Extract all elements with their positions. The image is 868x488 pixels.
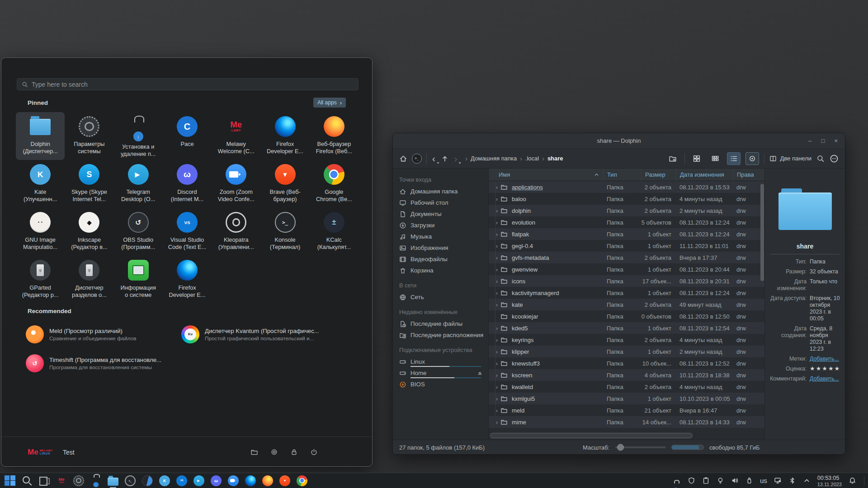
file-row[interactable]: › flatpak Папка 1 объект 08.11.2023 в 12… <box>489 228 764 240</box>
app-tile[interactable]: Информация о системе <box>114 256 163 304</box>
volume-icon[interactable] <box>731 477 739 484</box>
file-row[interactable]: › kate Папка 2 объекта 49 минут назад dr… <box>489 299 764 310</box>
file-row[interactable]: › applications Папка 2 объекта 08.11.202… <box>489 181 764 193</box>
file-row[interactable]: › kxmlgui5 Папка 1 объект 10.10.2023 в 0… <box>489 393 764 404</box>
place-item[interactable]: Сеть <box>393 291 488 303</box>
expand-icon[interactable]: › <box>489 254 498 261</box>
taskbar-app-button[interactable] <box>261 474 274 487</box>
expand-icon[interactable]: › <box>489 301 498 308</box>
compact-view-button[interactable] <box>708 152 722 165</box>
expand-icon[interactable]: › <box>489 325 498 332</box>
app-tile[interactable]: Параметры системы <box>65 112 113 160</box>
file-row[interactable]: › baloo Папка 2 объекта 4 минуты назад d… <box>489 193 764 205</box>
horizontal-scrollbar[interactable] <box>490 433 693 438</box>
expand-icon[interactable]: › <box>489 219 498 226</box>
file-row[interactable]: › evolution Папка 5 объектов 08.11.2023 … <box>489 216 764 228</box>
notifications-bell-icon[interactable] <box>849 477 856 484</box>
display-settings-icon[interactable] <box>774 477 782 484</box>
expand-icon[interactable]: › <box>489 207 498 214</box>
clipboard-icon[interactable] <box>702 477 710 484</box>
place-item[interactable]: BIOS <box>393 379 488 390</box>
forward-button[interactable]: › <box>453 154 458 163</box>
app-tile[interactable]: Установка и удаление п... <box>114 112 163 160</box>
taskbar-app-button[interactable] <box>227 474 240 487</box>
file-row[interactable]: › meld Папка 21 объект Вчера в 16:47 drw <box>489 404 764 416</box>
file-row[interactable]: › kscreen Папка 4 объекта 10.11.2023 в 1… <box>489 369 764 381</box>
place-item[interactable]: Домашняя папка <box>393 186 488 197</box>
taskbar-app-button[interactable] <box>38 474 51 487</box>
add-tags-link[interactable]: Добавить... <box>810 356 840 362</box>
place-item[interactable]: Документы <box>393 208 488 220</box>
taskbar-app-button[interactable] <box>210 474 222 487</box>
rating-stars[interactable]: ★★★★★ <box>810 366 840 372</box>
place-item[interactable]: Рабочий стол <box>393 197 488 208</box>
breadcrumb-local[interactable]: .local <box>525 155 539 162</box>
expand-icon[interactable]: › <box>489 384 498 390</box>
taskbar-app-button[interactable] <box>278 474 291 487</box>
file-row[interactable]: › kcookiejar Папка 0 объектов 08.11.2023… <box>489 310 764 322</box>
expand-tray-icon[interactable] <box>803 477 811 484</box>
user-avatar-icon[interactable]: >_ <box>412 154 422 164</box>
close-button[interactable]: × <box>834 137 838 144</box>
file-row[interactable]: › kwalletd Папка 2 объекта 4 минуты наза… <box>489 381 764 393</box>
app-tile[interactable]: Melawy Welcome (C... <box>212 112 260 160</box>
file-row[interactable]: › keyrings Папка 2 объекта 4 минуты наза… <box>489 334 764 346</box>
security-shield-icon[interactable] <box>688 477 695 484</box>
taskbar-app-button[interactable] <box>21 474 33 487</box>
taskbar-app-button[interactable] <box>141 474 154 487</box>
new-tab-button[interactable] <box>666 152 679 165</box>
column-header-date[interactable]: Дата изменения <box>676 169 733 181</box>
app-tile[interactable]: Google Chrome (Ве... <box>310 160 359 208</box>
clock[interactable]: 00:53:05 13.11.2023 <box>817 474 842 488</box>
maximize-button[interactable]: □ <box>821 137 825 144</box>
taskbar-app-button[interactable] <box>55 474 68 487</box>
app-tile[interactable]: Dolphin (Диспетчер... <box>16 112 65 160</box>
back-button[interactable]: ‹ <box>431 154 436 163</box>
app-tile[interactable]: Brave (Веб- браузер) <box>260 160 309 208</box>
app-tile[interactable]: Inkscape (Редактор в... <box>65 208 113 256</box>
file-row[interactable]: › kded5 Папка 1 объект 08.11.2023 в 12:5… <box>489 322 764 334</box>
app-tile[interactable]: Kleopatra (Управлени... <box>212 208 260 256</box>
night-color-icon[interactable] <box>717 477 724 484</box>
file-manager-button[interactable] <box>250 448 258 456</box>
place-item[interactable]: Изображения <box>393 242 488 253</box>
place-item[interactable]: Linux <box>393 356 488 367</box>
details-view-button[interactable] <box>727 152 741 165</box>
overflow-menu-button[interactable] <box>830 154 839 163</box>
taskbar-app-button[interactable] <box>72 474 85 487</box>
app-tile[interactable]: GNU Image Manipulatio... <box>16 208 65 256</box>
app-tile[interactable]: Konsole (Терминал) <box>260 208 309 256</box>
show-desktop-edge[interactable] <box>864 476 864 486</box>
file-row[interactable]: › knewstuff3 Папка 10 объек... 08.11.202… <box>489 357 764 369</box>
file-row[interactable]: › gvfs-metadata Папка 2 объекта Вчера в … <box>489 252 764 263</box>
home-button[interactable] <box>399 155 407 163</box>
search-button[interactable] <box>816 155 825 163</box>
recommended-item[interactable]: Диспетчер Kvantum (Простой графичес... П… <box>178 320 333 349</box>
expand-icon[interactable]: › <box>489 243 498 249</box>
taskbar-app-button[interactable] <box>124 474 137 487</box>
expand-icon[interactable]: › <box>489 360 498 367</box>
column-header-perms[interactable]: Права <box>733 169 764 181</box>
power-button[interactable] <box>310 448 318 456</box>
all-apps-button[interactable]: All apps › <box>313 98 346 108</box>
up-button[interactable] <box>441 155 449 163</box>
file-row[interactable]: › kactivitymanagerd Папка 1 объект 08.11… <box>489 287 764 299</box>
app-tile[interactable]: Веб-браузер Firefox (Веб... <box>310 112 359 160</box>
file-row[interactable]: › dolphin Папка 2 объекта 2 минуты назад… <box>489 205 764 216</box>
search-input[interactable]: Type here to search <box>17 78 359 90</box>
taskbar-app-button[interactable] <box>193 474 205 487</box>
place-item[interactable]: Видеофайлы <box>393 253 488 265</box>
place-item[interactable]: Музыка <box>393 231 488 242</box>
recommended-item[interactable]: Meld (Просмотр различий) Сравнение и объ… <box>22 320 178 349</box>
column-header-size[interactable]: Размер <box>641 169 676 181</box>
split-view-button[interactable]: Две панели <box>769 155 811 162</box>
expand-icon[interactable]: › <box>489 337 498 343</box>
title-bar[interactable]: share — Dolphin – □ × <box>393 133 845 149</box>
minimize-button[interactable]: – <box>808 137 811 144</box>
app-tile[interactable]: Pace <box>163 112 212 160</box>
vertical-scrollbar[interactable] <box>760 184 764 281</box>
file-row[interactable]: › gegl-0.4 Папка 1 объект 11.11.2023 в 1… <box>489 240 764 252</box>
expand-icon[interactable]: › <box>489 395 498 402</box>
app-tile[interactable]: KCalc (Калькулят... <box>310 208 359 256</box>
taskbar-app-button[interactable] <box>158 474 171 487</box>
